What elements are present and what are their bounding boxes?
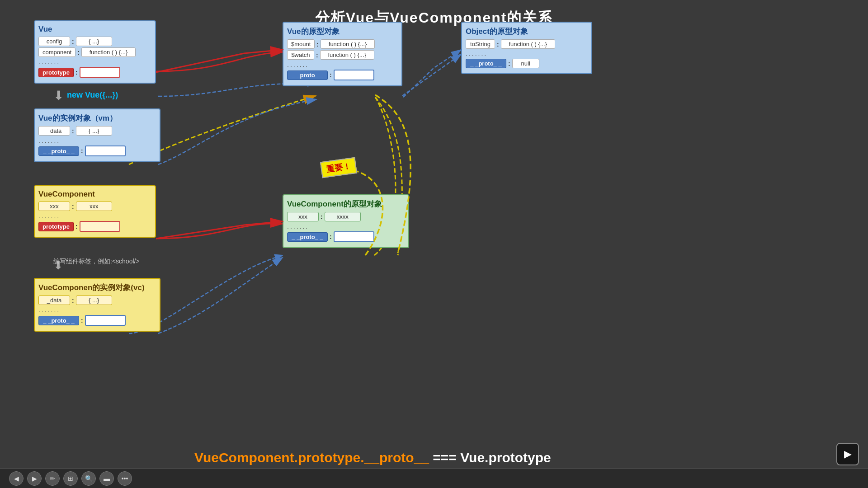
vc-prototype-val	[80, 221, 120, 232]
obj-proto-proto-val: null	[512, 59, 539, 68]
vc-instance-header: VueComponen的实例对象(vc)	[38, 282, 156, 293]
vc-proto-box: VueComponent的原型对象 xxx : xxxx ....... _ _…	[283, 194, 409, 248]
vc-proto-proto-key: _ _proto_ _	[287, 232, 328, 242]
svg-line-6	[402, 54, 461, 96]
toolbar-prev[interactable]: ◀	[9, 471, 24, 486]
vm-proto-row: _ _proto_ _ :	[38, 145, 156, 156]
vc-proto-row: prototype :	[38, 221, 151, 232]
formula-part2: === Vue.prototype	[433, 450, 551, 465]
vue-watch-row: $watch : function ( ) {...}	[287, 50, 398, 60]
vc-dots: .......	[38, 212, 151, 220]
vc-xxx-val: xxx	[76, 202, 112, 211]
obj-proto-proto-key: _ _proto_ _	[466, 59, 506, 68]
obj-proto-header: Object的原型对象	[466, 26, 588, 37]
vm-data-val: { ...}	[76, 126, 112, 136]
vue-mount-key: $mount	[287, 39, 315, 49]
vue-prototype-key: prototype	[38, 68, 74, 77]
vc-xxx-row: xxx : xxx	[38, 202, 151, 211]
vc-instance-proto-val	[85, 315, 126, 326]
vue-proto-proto-key: _ _proto_ _	[287, 70, 328, 80]
vc-instance-dots: .......	[38, 306, 156, 314]
toolbar-more[interactable]: •••	[118, 471, 132, 486]
vc-instance-proto-key: _ _proto_ _	[38, 316, 79, 325]
write-tag-label: 编写组件标签，例如:<school/>	[53, 258, 140, 266]
vue-proto-box: Vue的原型对象 $mount : function ( ) {...} $wa…	[283, 22, 402, 86]
vue-proto-dots: .......	[287, 61, 398, 68]
obj-tostring-val: function ( ) {...}	[501, 39, 555, 49]
vc-proto-xxx-row: xxx : xxxx	[287, 212, 405, 221]
down-arrow-new-vue: ⬇	[53, 88, 64, 103]
formula-part1: VueComponent.prototype.__proto__	[194, 450, 429, 465]
formula-text: VueComponent.prototype.__proto__ === Vue…	[194, 450, 551, 465]
obj-proto-proto-row: _ _proto_ _ : null	[466, 59, 588, 68]
toolbar-next[interactable]: ▶	[27, 471, 42, 486]
vue-proto-row: prototype :	[38, 67, 151, 78]
toolbar-layout[interactable]: ▬	[99, 471, 114, 486]
vue-watch-val: function ( ) {...}	[320, 50, 374, 60]
obj-proto-dots: .......	[466, 50, 588, 57]
vc-proto-proto-val	[334, 231, 374, 242]
vue-instance-box: Vue的实例对象（vm） _data : { ...} ....... _ _p…	[34, 108, 160, 162]
vc-proto-xxx-key: xxx	[287, 212, 319, 221]
vc-proto-proto-row: _ _proto_ _ :	[287, 231, 405, 242]
vc-data-key: _data	[38, 296, 70, 305]
vue-component-val: function ( ) {...}	[81, 47, 136, 57]
vue-component-header: VueComponent	[38, 190, 151, 199]
vc-instance-proto-row: _ _proto_ _ :	[38, 315, 156, 326]
vue-mount-row: $mount : function ( ) {...}	[287, 39, 398, 49]
vc-data-val: { ...}	[76, 296, 112, 305]
vc-proto-xxx-val: xxxx	[325, 212, 361, 221]
vue-dots: .......	[38, 58, 151, 66]
vue-box: Vue config : { ...} component : function…	[34, 20, 156, 84]
vue-component-key: component	[38, 47, 75, 57]
toolbar-search[interactable]: 🔍	[81, 471, 96, 486]
play-button-corner[interactable]: ▶	[836, 443, 859, 465]
vue-proto-proto-val	[334, 70, 374, 80]
obj-tostring-key: toString	[466, 39, 495, 49]
obj-proto-box: Object的原型对象 toString : function ( ) {...…	[461, 22, 592, 74]
vc-instance-box: VueComponen的实例对象(vc) _data : { ...} ....…	[34, 278, 160, 332]
vue-component-box: VueComponent xxx : xxx ....... prototype…	[34, 185, 156, 238]
vc-xxx-key: xxx	[38, 202, 70, 211]
vc-data-row: _data : { ...}	[38, 296, 156, 305]
vm-data-key: _data	[38, 126, 70, 136]
vue-component-row: component : function ( ) {...}	[38, 47, 151, 57]
toolbar-grid[interactable]: ⊞	[63, 471, 78, 486]
toolbar-edit[interactable]: ✏	[45, 471, 60, 486]
vm-data-row: _data : { ...}	[38, 126, 156, 136]
vue-config-row: config : { ...}	[38, 37, 151, 46]
vm-proto-val	[85, 145, 126, 156]
vue-watch-key: $watch	[287, 50, 314, 60]
vc-proto-dots: .......	[287, 223, 405, 230]
vue-box-header: Vue	[38, 25, 151, 34]
vue-config-val: { ...}	[76, 37, 112, 46]
vue-mount-val: function ( ) {...}	[321, 39, 375, 49]
obj-tostring-row: toString : function ( ) {...}	[466, 39, 588, 49]
vue-config-key: config	[38, 37, 70, 46]
vm-dots: .......	[38, 137, 156, 144]
vue-proto-header: Vue的原型对象	[287, 26, 398, 37]
vue-prototype-val	[80, 67, 120, 78]
vm-proto-key: _ _proto_ _	[38, 146, 79, 156]
vue-proto-proto-row: _ _proto_ _ :	[287, 70, 398, 80]
vue-instance-header: Vue的实例对象（vm）	[38, 113, 156, 123]
vc-prototype-key: prototype	[38, 222, 74, 231]
important-badge: 重要！	[320, 157, 357, 178]
new-vue-label: new Vue({...})	[67, 90, 118, 100]
toolbar: ◀ ▶ ✏ ⊞ 🔍 ▬ •••	[0, 468, 868, 488]
vc-proto-header: VueComponent的原型对象	[287, 199, 405, 209]
